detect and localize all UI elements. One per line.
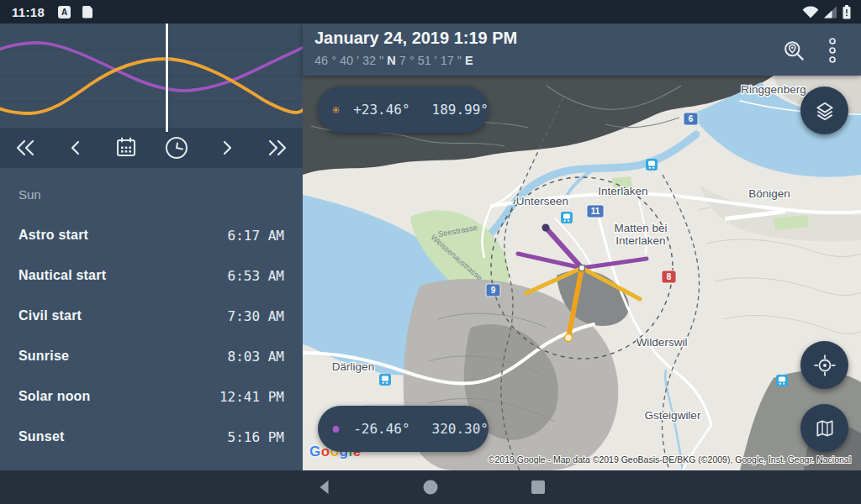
step-forward-button[interactable]	[207, 128, 247, 168]
moon-azimuth: 320.30°	[432, 421, 489, 437]
chevron-left-icon	[64, 136, 87, 160]
fast-rewind-icon	[13, 136, 37, 160]
map-layers-button[interactable]	[800, 87, 848, 134]
section-label-sun: Sun	[18, 180, 41, 210]
search-place-icon	[783, 39, 806, 62]
moon-icon	[332, 417, 340, 442]
list-item: Sunset 5:16 PM	[18, 417, 284, 457]
row-label: Sunrise	[18, 349, 69, 364]
map-view[interactable]: 6 11 8 9 Ringgenberg Unterseen Interlake…	[303, 76, 861, 470]
row-value: 7:30 AM	[228, 308, 284, 324]
sun-position-marker	[565, 334, 573, 342]
moon-elevation: -26.46°	[353, 421, 409, 437]
row-value: 8:03 AM	[228, 349, 284, 365]
row-value: 6:17 AM	[228, 228, 284, 244]
moon-position-chip[interactable]: -26.46° 320.30°	[318, 406, 489, 452]
calendar-button[interactable]	[106, 128, 146, 168]
row-value: 6:53 AM	[228, 268, 284, 284]
date-time-title: January 24, 2019 1:19 PM	[314, 29, 517, 48]
map-label-town: Bönigen	[748, 187, 790, 200]
back-icon	[315, 478, 334, 496]
overflow-menu-button[interactable]	[817, 35, 848, 66]
row-label: Sunset	[18, 429, 65, 444]
transit-icon	[561, 212, 573, 223]
coordinates: 46 ° 40 ' 32 " N 7 ° 51 ' 17 " E	[314, 54, 473, 67]
shield-number: 9	[491, 286, 496, 295]
location-marker	[579, 265, 585, 271]
fast-forward-button[interactable]	[257, 128, 298, 168]
moon-position-marker	[542, 224, 550, 232]
map-mode-button[interactable]	[800, 404, 848, 452]
map-label-town: Ringgenberg	[741, 83, 806, 96]
transit-icon	[379, 374, 391, 386]
list-item: Sunrise 8:03 AM	[18, 336, 284, 376]
my-location-button[interactable]	[800, 341, 848, 389]
map-label-town: Wilderswil	[637, 336, 688, 349]
current-time-cursor[interactable]	[166, 24, 168, 132]
battery-icon	[843, 5, 851, 19]
app-screen: 11:18 A	[0, 0, 861, 504]
step-back-button[interactable]	[55, 128, 96, 168]
list-item: Astro start 6:17 AM	[18, 215, 284, 255]
overflow-menu-icon	[827, 37, 837, 64]
map-label-town: Unterseen	[516, 195, 568, 207]
map-attribution: ©2019 Google - Map data ©2019 GeoBasis-D…	[489, 454, 851, 465]
time-button[interactable]	[156, 128, 197, 168]
altitude-chart[interactable]	[0, 24, 303, 128]
fast-forward-icon	[266, 136, 289, 160]
clock-icon	[163, 134, 190, 161]
row-label: Nautical start	[18, 268, 106, 283]
map-label-town: Matten bei	[614, 222, 667, 234]
home-icon	[422, 479, 439, 496]
gps-locate-icon	[813, 354, 837, 377]
shield-number: 8	[667, 272, 672, 281]
list-item: Solar noon 12:41 PM	[18, 376, 284, 417]
sim-card-icon	[82, 6, 92, 18]
search-location-button[interactable]	[779, 35, 809, 66]
home-button[interactable]	[414, 470, 447, 504]
shield-number: 11	[591, 207, 600, 216]
list-item: Civil start 7:30 AM	[18, 296, 284, 336]
map-label-town: Därligen	[332, 360, 374, 373]
recents-icon	[531, 480, 546, 495]
map-label-town: Gsteigwiler	[645, 409, 701, 422]
latitude-direction: N	[387, 54, 395, 67]
folded-map-icon	[814, 417, 836, 439]
status-bar: 11:18 A	[0, 0, 861, 24]
status-clock: 11:18	[12, 5, 45, 19]
row-label: Astro start	[18, 228, 88, 243]
layers-icon	[814, 100, 836, 122]
sun-icon	[332, 97, 340, 123]
fast-rewind-button[interactable]	[5, 128, 45, 168]
sun-elevation: +23.46°	[353, 102, 409, 118]
wifi-icon	[802, 6, 819, 18]
row-label: Solar noon	[18, 389, 91, 404]
latitude-value: 46 ° 40 ' 32 "	[314, 54, 383, 67]
sun-azimuth: 189.99°	[432, 102, 489, 118]
row-value: 5:16 PM	[228, 429, 284, 445]
shield-number: 6	[689, 114, 694, 123]
list-item: Nautical start 6:53 AM	[18, 255, 284, 296]
time-navigation-toolbar	[0, 128, 303, 168]
notification-app-icon: A	[58, 6, 71, 18]
sun-times-panel: Sun Astro start 6:17 AM Nautical start 6…	[0, 168, 303, 470]
row-label: Civil start	[18, 308, 82, 323]
calendar-icon	[114, 135, 139, 160]
transit-icon	[646, 159, 658, 171]
row-value: 12:41 PM	[219, 389, 284, 405]
sun-position-chip[interactable]: +23.46° 189.99°	[318, 87, 489, 133]
map-label-town: Interlaken	[598, 185, 647, 197]
transit-icon	[776, 375, 788, 386]
longitude-direction: E	[465, 54, 473, 67]
recents-button[interactable]	[521, 470, 555, 504]
map-label-town: Interlaken	[615, 234, 665, 247]
longitude-value: 7 ° 51 ' 17 "	[399, 54, 462, 67]
chevron-right-icon	[215, 136, 239, 160]
back-button[interactable]	[308, 470, 341, 504]
app-header: January 24, 2019 1:19 PM 46 ° 40 ' 32 " …	[303, 24, 861, 76]
cell-signal-icon	[824, 6, 837, 18]
android-navigation-bar	[0, 470, 861, 504]
